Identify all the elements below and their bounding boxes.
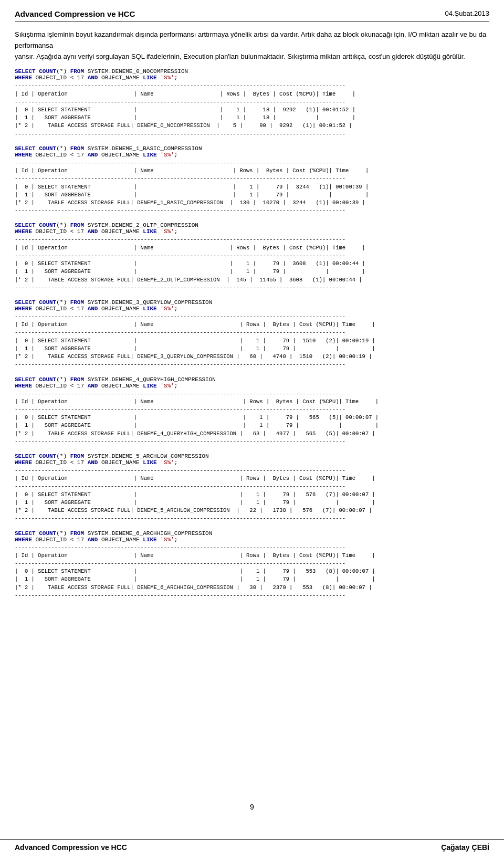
- sql-statement-5: SELECT COUNT(*) FROM SYSTEM.DENEME_4_QUE…: [15, 376, 489, 389]
- sql-statement-1: SELECT COUNT(*) FROM SYSTEM.DENEME_0_NOC…: [15, 68, 489, 81]
- sql-section-1: SELECT COUNT(*) FROM SYSTEM.DENEME_0_NOC…: [15, 68, 489, 138]
- page-header: Advanced Compression ve HCC 04.Şubat.201…: [15, 9, 489, 22]
- sql-statement-7: SELECT COUNT(*) FROM SYSTEM.DENEME_6_ARC…: [15, 530, 489, 543]
- sql-statement-6: SELECT COUNT(*) FROM SYSTEM.DENEME_5_ARC…: [15, 453, 489, 466]
- footer-right: Çağatay ÇEBİ: [441, 843, 489, 852]
- execution-plan-5: ----------------------------------------…: [15, 390, 489, 446]
- intro-line1: Sıkıştırma işleminin boyut kazandırmak d…: [15, 30, 486, 49]
- sections-container: SELECT COUNT(*) FROM SYSTEM.DENEME_0_NOC…: [15, 68, 489, 600]
- intro-paragraph: Sıkıştırma işleminin boyut kazandırmak d…: [15, 29, 489, 62]
- header-date: 04.Şubat.2013: [445, 9, 489, 17]
- footer-left: Advanced Compression ve HCC: [15, 843, 127, 852]
- sql-section-5: SELECT COUNT(*) FROM SYSTEM.DENEME_4_QUE…: [15, 376, 489, 446]
- sql-section-3: SELECT COUNT(*) FROM SYSTEM.DENEME_2_OLT…: [15, 222, 489, 292]
- execution-plan-7: ----------------------------------------…: [15, 544, 489, 600]
- page-footer: Advanced Compression ve HCC Çağatay ÇEBİ: [0, 839, 504, 852]
- execution-plan-1: ----------------------------------------…: [15, 82, 489, 138]
- execution-plan-6: ----------------------------------------…: [15, 467, 489, 523]
- sql-statement-2: SELECT COUNT(*) FROM SYSTEM.DENEME_1_BAS…: [15, 145, 489, 158]
- sql-section-2: SELECT COUNT(*) FROM SYSTEM.DENEME_1_BAS…: [15, 145, 489, 215]
- sql-section-4: SELECT COUNT(*) FROM SYSTEM.DENEME_3_QUE…: [15, 299, 489, 369]
- sql-statement-3: SELECT COUNT(*) FROM SYSTEM.DENEME_2_OLT…: [15, 222, 489, 235]
- sql-section-6: SELECT COUNT(*) FROM SYSTEM.DENEME_5_ARC…: [15, 453, 489, 523]
- page: Advanced Compression ve HCC 04.Şubat.201…: [0, 0, 504, 861]
- execution-plan-3: ----------------------------------------…: [15, 236, 489, 292]
- execution-plan-2: ----------------------------------------…: [15, 159, 489, 215]
- sql-section-7: SELECT COUNT(*) FROM SYSTEM.DENEME_6_ARC…: [15, 530, 489, 600]
- intro-line2: yansır. Aşağıda aynı veriyi sorgulayan S…: [15, 52, 465, 60]
- sql-statement-4: SELECT COUNT(*) FROM SYSTEM.DENEME_3_QUE…: [15, 299, 489, 312]
- execution-plan-4: ----------------------------------------…: [15, 313, 489, 369]
- header-title: Advanced Compression ve HCC: [15, 9, 135, 18]
- page-number: 9: [0, 803, 504, 811]
